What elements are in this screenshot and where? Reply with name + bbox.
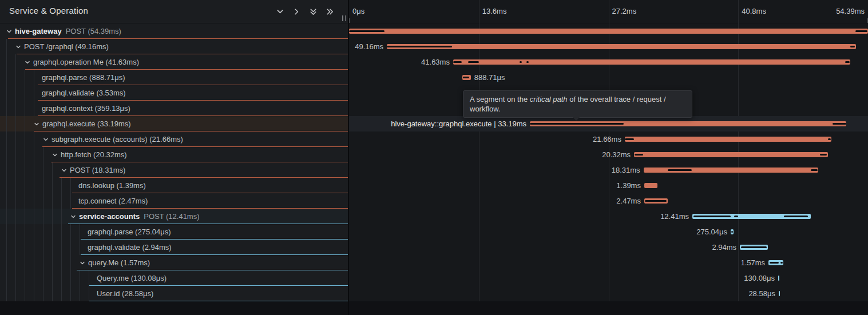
collapse-all-icon[interactable]	[308, 7, 318, 16]
tree-row[interactable]: graphql.validate (2.94ms)	[0, 240, 348, 255]
span-bar-row[interactable]: 1.39ms	[349, 178, 868, 193]
indent-guide	[61, 270, 70, 286]
indent-guide	[43, 147, 52, 162]
span-bar[interactable]	[778, 276, 779, 281]
span-bar-row[interactable]: 21.66ms	[349, 131, 868, 147]
tree-row[interactable]: tcp.connect (2.47ms)	[0, 193, 348, 209]
expand-one-icon[interactable]	[292, 7, 301, 16]
tree-row[interactable]: graphql.context (359.13μs)	[0, 101, 348, 116]
indent-guide	[70, 178, 78, 193]
span-bar-row[interactable]: 41.63ms	[349, 54, 868, 70]
span-name-label: dns.lookup (1.39ms)	[78, 181, 146, 190]
indent-guide	[34, 178, 43, 193]
critical-path-segment	[811, 169, 818, 171]
ruler-tick-label: 54.39ms	[836, 7, 865, 15]
span-bar-row[interactable]: 2.94ms	[349, 240, 868, 255]
span-bar-row[interactable]: 888.71μs	[349, 70, 868, 85]
tree-row[interactable]: graphql.operation Me (41.63ms)	[0, 54, 348, 70]
indent-guide	[43, 240, 52, 255]
tree-row[interactable]: query.Me (1.57ms)	[0, 255, 348, 270]
span-duration-label: 28.58μs	[748, 290, 775, 298]
tree-row[interactable]: hive-gatewayPOST (54.39ms)	[0, 23, 348, 39]
chevron-down-icon[interactable]	[25, 59, 33, 65]
span-duration-label: 888.71μs	[474, 74, 505, 82]
indent-guide	[25, 286, 34, 301]
indent-guide	[25, 209, 34, 224]
chevron-down-icon[interactable]	[80, 260, 88, 266]
span-tree: hive-gatewayPOST (54.39ms)POST /graphql …	[0, 23, 348, 301]
span-name-label: subgraph.execute (accounts) (21.66ms)	[51, 135, 183, 143]
critical-path-segment	[635, 154, 644, 155]
indent-guide	[43, 209, 52, 224]
indent-guide	[15, 101, 25, 116]
span-duration-label: 1.57ms	[740, 259, 765, 267]
indent-guide	[15, 70, 25, 85]
span-bar[interactable]	[349, 29, 868, 34]
indent-guide	[15, 209, 25, 224]
span-bar-row[interactable]: 1.57ms	[349, 255, 868, 270]
indent-guide	[25, 240, 34, 255]
span-bar[interactable]	[453, 59, 850, 65]
indent-guide	[70, 286, 80, 301]
indent-guide	[43, 193, 52, 209]
indent-guide	[52, 224, 61, 240]
span-bar[interactable]	[779, 291, 780, 296]
indent-guide	[6, 162, 15, 178]
span-bar-row[interactable]: hive-gateway::graphql.execute | 33.19ms	[349, 116, 868, 131]
tree-row[interactable]: subgraph.execute (accounts) (21.66ms)	[0, 131, 348, 147]
trace-viewer: Service & Operation hive-gatewayPOST (54…	[0, 0, 868, 315]
indent-guide	[34, 286, 43, 301]
span-bar-row[interactable]: 275.04μs	[349, 224, 868, 240]
chevron-down-icon[interactable]	[52, 152, 60, 158]
chevron-down-icon[interactable]	[70, 214, 78, 220]
indent-guide	[15, 131, 25, 147]
timeline-panel: 0μs13.6ms27.2ms40.8ms54.39ms 49.16ms41.6…	[349, 0, 868, 315]
indent-guide	[80, 286, 89, 301]
span-bar-row[interactable]: 49.16ms	[349, 39, 868, 54]
tree-row[interactable]: graphql.parse (275.04μs)	[0, 224, 348, 240]
tree-row[interactable]: service-accountsPOST (12.41ms)	[0, 209, 348, 224]
span-bar[interactable]	[387, 44, 856, 49]
span-bar[interactable]	[634, 152, 828, 157]
indent-guide	[34, 101, 41, 116]
span-name-label: graphql.context (359.13μs)	[42, 104, 130, 113]
chevron-down-icon[interactable]	[6, 29, 14, 34]
critical-path-segment	[453, 61, 462, 63]
tree-row[interactable]: graphql.execute (33.19ms)	[0, 116, 348, 131]
tree-row[interactable]: graphql.validate (3.53ms)	[0, 85, 348, 101]
indent-guide	[70, 255, 80, 270]
indent-guide	[6, 39, 15, 54]
tree-row[interactable]: POST (18.31ms)	[0, 162, 348, 178]
indent-guide	[43, 255, 52, 270]
span-bar[interactable]	[625, 137, 831, 142]
indent-guide	[34, 162, 43, 178]
indent-guide	[15, 193, 25, 209]
tree-row[interactable]: http.fetch (20.32ms)	[0, 147, 348, 162]
collapse-one-icon[interactable]	[275, 7, 284, 16]
span-bar-row[interactable]: 130.08μs	[349, 270, 868, 286]
tree-row[interactable]: Query.me (130.08μs)	[0, 270, 348, 286]
span-bar-row[interactable]: 18.31ms	[349, 162, 868, 178]
service-operation-header: Service & Operation	[0, 0, 348, 23]
indent-guide	[52, 240, 61, 255]
span-bar-row[interactable]: 28.58μs	[349, 286, 868, 301]
indent-guide	[61, 286, 70, 301]
column-resizer-grip[interactable]	[342, 15, 346, 21]
indent-guide	[43, 224, 52, 240]
critical-path-segment	[668, 169, 692, 171]
span-bar-row[interactable]: 2.47ms	[349, 193, 868, 209]
span-bar-row[interactable]: 20.32ms	[349, 147, 868, 162]
tree-row[interactable]: dns.lookup (1.39ms)	[0, 178, 348, 193]
expand-all-icon[interactable]	[325, 7, 334, 16]
critical-path-segment	[770, 262, 779, 264]
tree-row[interactable]: User.id (28.58μs)	[0, 286, 348, 301]
chevron-down-icon[interactable]	[34, 121, 42, 127]
chevron-down-icon[interactable]	[43, 137, 51, 142]
span-bar[interactable]	[644, 183, 657, 188]
tree-row[interactable]: graphql.parse (888.71μs)	[0, 70, 348, 85]
span-bar-row[interactable]	[349, 23, 868, 39]
tree-row[interactable]: POST /graphql (49.16ms)	[0, 39, 348, 54]
chevron-down-icon[interactable]	[61, 168, 69, 173]
chevron-down-icon[interactable]	[15, 44, 23, 50]
span-bar-row[interactable]: 12.41ms	[349, 209, 868, 224]
